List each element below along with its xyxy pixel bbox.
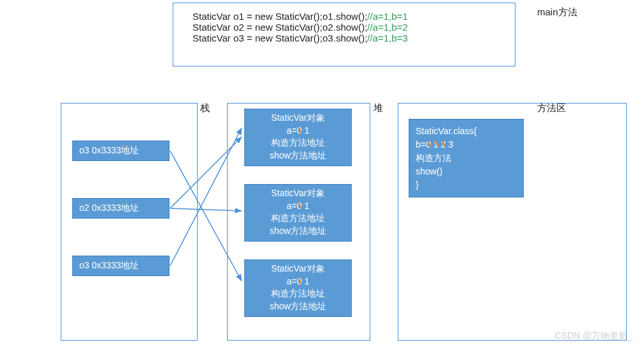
code-comment: //a=1,b=1 (367, 11, 407, 22)
stack-item-label: o2 0x3333地址 (79, 203, 139, 213)
code-text: StaticVar o3 = new StaticVar();o3.show()… (192, 33, 367, 43)
heap-a-struck: 0 (297, 275, 302, 288)
stack-item-label: o3 0x3333地址 (79, 260, 139, 270)
heap-obj-a: a=0 1 (249, 200, 347, 213)
heap-label: 堆 (373, 102, 383, 114)
b-struck-2: 2 (441, 138, 446, 151)
code-line: StaticVar o3 = new StaticVar();o3.show()… (192, 33, 496, 43)
code-comment: //a=1,b=2 (367, 22, 407, 33)
heap-obj-a: a=0 1 (249, 125, 347, 137)
class-close: } (416, 178, 517, 192)
class-header: StaticVar.class{ (416, 125, 517, 138)
heap-ctor-addr: 构造方法地址 (249, 288, 347, 300)
heap-ctor-addr: 构造方法地址 (249, 212, 347, 225)
code-comment: //a=1,b=3 (367, 33, 407, 43)
stack-item-label: o3 0x3333地址 (79, 145, 139, 155)
main-code-box: StaticVar o1 = new StaticVar();o1.show()… (173, 3, 515, 66)
code-line: StaticVar o2 = new StaticVar();o2.show()… (192, 22, 496, 33)
heap-show-addr: show方法地址 (249, 300, 347, 313)
stack-region (61, 103, 198, 341)
code-line: StaticVar o1 = new StaticVar();o1.show()… (192, 11, 496, 22)
heap-a-struck: 0 (297, 200, 302, 213)
heap-show-addr: show方法地址 (249, 225, 347, 238)
code-text: StaticVar o1 = new StaticVar();o1.show()… (192, 11, 367, 22)
heap-obj-title: StaticVar对象 (249, 263, 347, 275)
stack-item-o3: o3 0x3333地址 (72, 141, 169, 161)
heap-object-1: StaticVar对象 a=0 1 构造方法地址 show方法地址 (244, 109, 352, 166)
b-struck-0: 0 (426, 138, 431, 151)
heap-ctor-addr: 构造方法地址 (249, 137, 347, 150)
stack-item-o2: o2 0x3333地址 (72, 198, 169, 219)
heap-obj-a: a=0 1 (249, 275, 347, 288)
heap-obj-title: StaticVar对象 (249, 187, 347, 200)
main-method-label: main方法 (537, 6, 577, 19)
class-show: show() (416, 165, 517, 178)
stack-label: 栈 (200, 102, 210, 114)
heap-object-3: StaticVar对象 a=0 1 构造方法地址 show方法地址 (244, 259, 352, 317)
method-area-label: 方法区 (537, 102, 566, 114)
class-b-line: b=0 1 2 3 (416, 138, 517, 151)
watermark: CSDN @万物更新_ (554, 330, 632, 342)
heap-a-struck: 0 (297, 125, 302, 137)
method-area-class-box: StaticVar.class{ b=0 1 2 3 构造方法 show() } (409, 119, 524, 197)
class-ctor: 构造方法 (416, 151, 517, 165)
b-struck-1: 1 (434, 138, 439, 151)
heap-object-2: StaticVar对象 a=0 1 构造方法地址 show方法地址 (244, 184, 352, 242)
code-text: StaticVar o2 = new StaticVar();o2.show()… (192, 22, 367, 33)
heap-obj-title: StaticVar对象 (249, 112, 347, 125)
stack-item-o3b: o3 0x3333地址 (72, 256, 169, 276)
heap-show-addr: show方法地址 (249, 150, 347, 162)
